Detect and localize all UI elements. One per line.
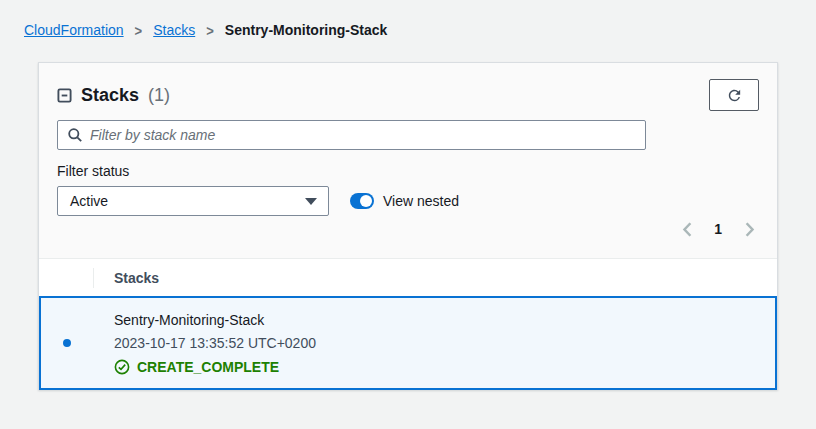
- stack-name-filter: [57, 120, 646, 150]
- panel-title: Stacks: [81, 85, 139, 106]
- refresh-button[interactable]: [709, 79, 759, 111]
- breadcrumb-link-stacks[interactable]: Stacks: [153, 22, 195, 38]
- check-circle-icon: [114, 359, 130, 375]
- breadcrumb-separator-icon: >: [135, 21, 143, 38]
- caret-down-icon: [305, 198, 317, 205]
- status-filter-dropdown[interactable]: Active: [57, 186, 329, 216]
- chevron-left-icon: [682, 222, 693, 237]
- refresh-icon: [726, 87, 743, 104]
- search-icon: [67, 127, 83, 143]
- collapse-box-icon[interactable]: [57, 88, 72, 103]
- toggle-knob: [360, 195, 372, 207]
- breadcrumb: CloudFormation > Stacks > Sentry-Monitor…: [24, 22, 387, 38]
- stack-name: Sentry-Monitoring-Stack: [114, 312, 316, 328]
- stacks-count: (1): [148, 85, 170, 106]
- stacks-panel: Stacks (1) Filter status: [38, 62, 778, 390]
- panel-header: Stacks (1): [57, 75, 759, 115]
- column-header-stacks: Stacks: [39, 270, 159, 286]
- stack-name-filter-input[interactable]: [90, 127, 636, 143]
- table-header-row: Stacks: [39, 258, 777, 296]
- breadcrumb-current-page: Sentry-Monitoring-Stack: [225, 22, 388, 38]
- view-nested-label: View nested: [383, 193, 459, 209]
- filter-status-label: Filter status: [57, 163, 759, 179]
- stack-status-badge: CREATE_COMPLETE: [114, 359, 316, 375]
- stack-creation-time: 2023-10-17 13:35:52 UTC+0200: [114, 335, 316, 351]
- column-divider: [93, 268, 94, 288]
- page-number[interactable]: 1: [708, 221, 728, 237]
- status-filter-value: Active: [70, 193, 108, 209]
- view-nested-toggle[interactable]: [350, 193, 374, 209]
- breadcrumb-separator-icon: >: [206, 21, 214, 38]
- pagination: 1: [57, 218, 759, 240]
- chevron-right-icon: [744, 222, 755, 237]
- stack-status-text: CREATE_COMPLETE: [137, 359, 279, 375]
- breadcrumb-link-cloudformation[interactable]: CloudFormation: [24, 22, 124, 38]
- stacks-table: Stacks Sentry-Monitoring-Stack 2023-10-1…: [39, 258, 777, 390]
- previous-page-button[interactable]: [680, 220, 694, 238]
- next-page-button[interactable]: [742, 220, 756, 238]
- table-row[interactable]: Sentry-Monitoring-Stack 2023-10-17 13:35…: [39, 296, 777, 390]
- stack-radio-button[interactable]: [63, 339, 71, 347]
